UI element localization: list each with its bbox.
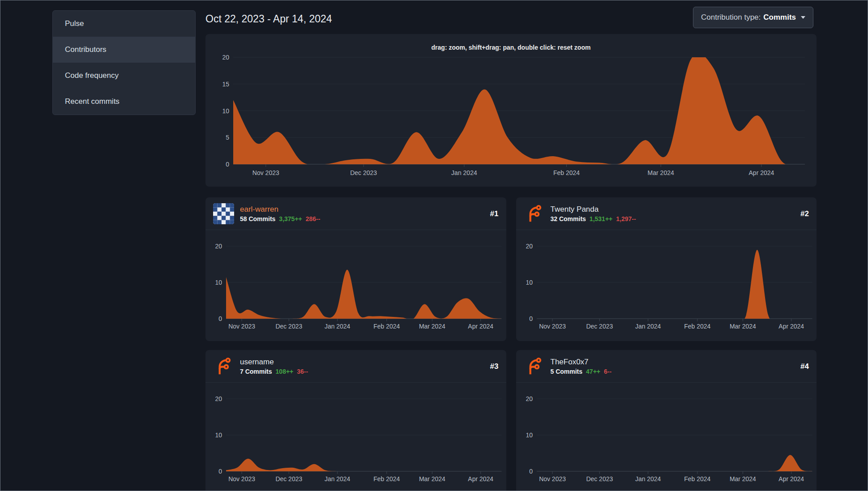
- x-tick-label: Nov 2023: [252, 169, 279, 176]
- x-tick-label: Nov 2023: [228, 323, 255, 330]
- y-tick-label: 0: [218, 468, 222, 475]
- x-tick-label: Mar 2024: [648, 169, 674, 176]
- overall-chart-card: drag: zoom, shift+drag: pan, double clic…: [205, 34, 817, 187]
- commits-count: 5 Commits: [551, 368, 583, 375]
- contributor-card: earl-warren 58 Commits 3,375++ 286-- #1 …: [205, 197, 506, 341]
- deletions-count: 286--: [306, 215, 321, 222]
- y-tick-label: 20: [526, 243, 533, 250]
- contributor-name[interactable]: Twenty Panda: [551, 205, 636, 214]
- y-tick-label: 10: [215, 279, 222, 286]
- sidebar-item-contributors[interactable]: Contributors: [53, 37, 195, 63]
- x-tick-label: Feb 2024: [373, 323, 400, 330]
- main-content: Oct 22, 2023 - Apr 14, 2024 drag: zoom, …: [205, 11, 817, 491]
- x-tick-label: Mar 2024: [419, 475, 445, 482]
- x-tick-label: Feb 2024: [684, 323, 710, 330]
- commits-count: 32 Commits: [551, 215, 586, 222]
- x-tick-label: Jan 2024: [325, 475, 351, 482]
- contributor-card: username 7 Commits 108++ 36-- #3 01020No…: [205, 350, 506, 491]
- x-tick-label: Dec 2023: [586, 475, 613, 482]
- chart-zoom-hint: drag: zoom, shift+drag: pan, double clic…: [213, 44, 809, 51]
- x-tick-label: Apr 2024: [468, 323, 493, 330]
- rank-badge: #3: [490, 362, 499, 371]
- rank-badge: #2: [800, 209, 809, 218]
- x-tick-label: Apr 2024: [778, 475, 804, 482]
- x-tick-label: Nov 2023: [539, 475, 566, 482]
- y-tick-label: 15: [222, 81, 229, 88]
- y-tick-label: 0: [529, 468, 533, 475]
- contributors-grid: earl-warren 58 Commits 3,375++ 286-- #1 …: [205, 197, 817, 491]
- contributor-info: earl-warren 58 Commits 3,375++ 286--: [240, 205, 320, 222]
- insights-sidebar: Pulse Contributors Code frequency Recent…: [52, 10, 196, 115]
- forgejo-logo-icon: [524, 356, 545, 377]
- y-tick-label: 20: [215, 395, 222, 402]
- area-series: [226, 270, 502, 320]
- forgejo-logo-icon: [524, 203, 545, 224]
- contributor-header: TheFox0x7 5 Commits 47++ 6-- #4: [516, 350, 817, 383]
- default-avatar[interactable]: [524, 356, 545, 377]
- contributor-area-chart[interactable]: 01020Nov 2023Dec 2023Jan 2024Feb 2024Mar…: [205, 232, 506, 339]
- default-avatar[interactable]: [213, 356, 234, 377]
- y-tick-label: 5: [226, 134, 229, 141]
- x-tick-label: Apr 2024: [778, 323, 804, 330]
- x-tick-label: Feb 2024: [373, 475, 400, 482]
- sidebar-item-pulse[interactable]: Pulse: [53, 11, 195, 37]
- contributor-stats: 58 Commits 3,375++ 286--: [240, 215, 320, 222]
- y-tick-label: 10: [526, 431, 533, 439]
- overall-commits-area-chart[interactable]: 05101520Nov 2023Dec 2023Jan 2024Feb 2024…: [213, 54, 809, 182]
- date-range-title: Oct 22, 2023 - Apr 14, 2024: [205, 13, 817, 25]
- rank-badge: #4: [800, 362, 809, 371]
- sidebar-item-recent-commits[interactable]: Recent commits: [53, 89, 195, 115]
- default-avatar[interactable]: [524, 203, 545, 224]
- deletions-count: 6--: [604, 368, 611, 375]
- contributor-name[interactable]: username: [240, 358, 308, 367]
- x-tick-label: Apr 2024: [749, 169, 774, 176]
- sidebar-item-code-frequency[interactable]: Code frequency: [53, 63, 195, 89]
- x-tick-label: Nov 2023: [228, 475, 255, 482]
- deletions-count: 36--: [297, 368, 308, 375]
- contributor-name[interactable]: TheFox0x7: [551, 358, 612, 367]
- identicon-avatar-image: [213, 203, 234, 224]
- y-tick-label: 20: [526, 395, 533, 402]
- area-series: [226, 459, 502, 471]
- x-tick-label: Jan 2024: [635, 475, 661, 482]
- y-tick-label: 0: [529, 315, 533, 322]
- additions-count: 1,531++: [590, 215, 612, 222]
- additions-count: 3,375++: [279, 215, 302, 222]
- contributor-card: TheFox0x7 5 Commits 47++ 6-- #4 01020Nov…: [516, 350, 817, 491]
- x-tick-label: Mar 2024: [729, 323, 756, 330]
- x-tick-label: Jan 2024: [635, 323, 661, 330]
- x-tick-label: Mar 2024: [729, 475, 756, 482]
- x-tick-label: Dec 2023: [275, 323, 302, 330]
- x-tick-label: Feb 2024: [684, 475, 710, 482]
- contributor-stats: 5 Commits 47++ 6--: [551, 368, 612, 375]
- area-series: [536, 455, 812, 472]
- x-tick-label: Apr 2024: [468, 475, 493, 482]
- x-tick-label: Dec 2023: [586, 323, 613, 330]
- commits-count: 58 Commits: [240, 215, 275, 222]
- y-tick-label: 10: [215, 431, 222, 439]
- contributor-info: TheFox0x7 5 Commits 47++ 6--: [551, 358, 612, 375]
- y-tick-label: 20: [222, 54, 229, 61]
- contributor-name[interactable]: earl-warren: [240, 205, 320, 214]
- area-series: [233, 54, 805, 166]
- x-tick-label: Dec 2023: [350, 169, 377, 176]
- y-tick-label: 10: [222, 107, 229, 115]
- contributor-area-chart[interactable]: 01020Nov 2023Dec 2023Jan 2024Feb 2024Mar…: [516, 384, 817, 491]
- deletions-count: 1,297--: [616, 215, 636, 222]
- contributor-area-chart[interactable]: 01020Nov 2023Dec 2023Jan 2024Feb 2024Mar…: [516, 232, 817, 339]
- contributor-area-chart[interactable]: 01020Nov 2023Dec 2023Jan 2024Feb 2024Mar…: [205, 384, 506, 491]
- area-series: [536, 250, 812, 321]
- x-tick-label: Nov 2023: [539, 323, 566, 330]
- x-tick-label: Dec 2023: [275, 475, 302, 482]
- y-tick-label: 0: [218, 315, 222, 322]
- forgejo-logo-icon: [213, 356, 234, 377]
- contributor-header: Twenty Panda 32 Commits 1,531++ 1,297-- …: [516, 197, 817, 230]
- contributor-header: username 7 Commits 108++ 36-- #3: [205, 350, 506, 383]
- y-tick-label: 20: [215, 243, 222, 250]
- x-tick-label: Jan 2024: [325, 323, 351, 330]
- contributor-header: earl-warren 58 Commits 3,375++ 286-- #1: [205, 197, 506, 230]
- identicon-avatar[interactable]: [213, 203, 234, 224]
- contributor-info: Twenty Panda 32 Commits 1,531++ 1,297--: [551, 205, 636, 222]
- additions-count: 47++: [586, 368, 600, 375]
- rank-badge: #1: [490, 209, 499, 218]
